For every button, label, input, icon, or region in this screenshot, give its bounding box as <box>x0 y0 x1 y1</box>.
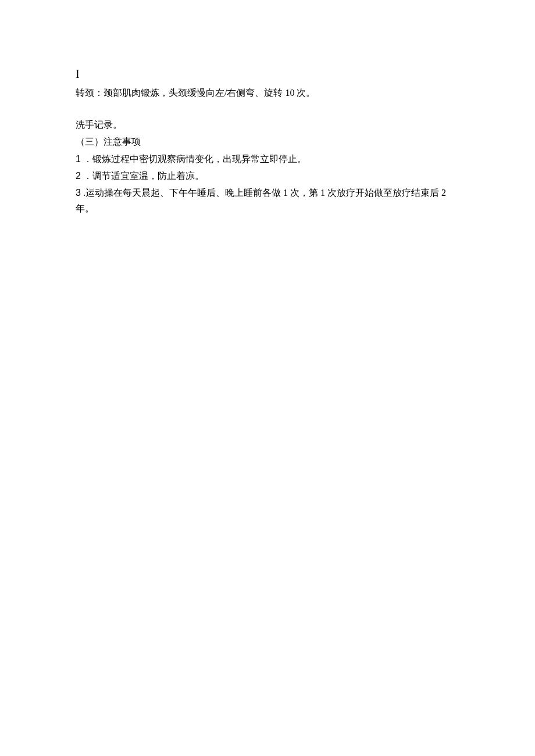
item-number: 3 <box>76 188 81 198</box>
paragraph-handwash: 洗手记录。 <box>76 117 459 132</box>
precaution-item-3: 3 .运动操在每天晨起、下午午睡后、晚上睡前各做 1 次，第 1 次放疗开始做至… <box>76 185 459 216</box>
item-text: 锻炼过程中密切观察病情变化，出现异常立即停止。 <box>92 154 306 164</box>
section-header-precautions: （三）注意事项 <box>76 134 459 149</box>
spacer <box>76 102 459 117</box>
item-number: 2 <box>76 171 81 181</box>
section-marker: I <box>76 64 459 84</box>
item-text: 运动操在每天晨起、下午午睡后、晚上睡前各做 1 次，第 1 次放疗开始做至放疗结… <box>76 188 446 213</box>
item-sep: ． <box>81 154 92 164</box>
item-sep: ． <box>81 171 92 181</box>
item-number: 1 <box>76 154 81 164</box>
item-text: 调节适宜室温，防止着凉。 <box>92 171 204 181</box>
precaution-item-2: 2 ．调节适宜室温，防止着凉。 <box>76 168 459 184</box>
precaution-item-1: 1 ．锻炼过程中密切观察病情变化，出现异常立即停止。 <box>76 151 459 167</box>
paragraph-neck-rotation: 转颈：颈部肌肉锻炼，头颈缓慢向左/右侧弯、旋转 10 次。 <box>76 85 459 101</box>
item-sep: . <box>81 188 85 198</box>
